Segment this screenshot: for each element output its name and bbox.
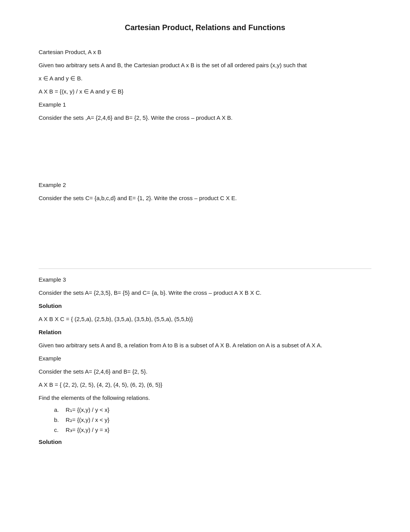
example2-workspace (39, 207, 371, 261)
example-relation-sets: Consider the sets A= {2,4,6} and B= {2, … (39, 367, 371, 376)
cartesian-condition: x ∈ A and y ∈ B. (39, 74, 371, 83)
relation-a-label: a. (54, 406, 66, 413)
example1-label: Example 1 (39, 100, 371, 109)
section-divider (39, 269, 371, 269)
relation-c-label: c. (54, 427, 66, 433)
solution3-text: A X B X C = { (2,5,a), (2,5,b), (3,5,a),… (39, 314, 371, 324)
example2-text: Consider the sets C= {a,b,c,d} and E= {1… (39, 194, 371, 203)
relation-item-a: a. R₁= {(x,y) / y < x} (54, 406, 371, 413)
relation-b-label: b. (54, 416, 66, 423)
example3-text: Consider the sets A= {2,3,5}, B= {5} and… (39, 288, 371, 297)
solution3-label: Solution (39, 301, 371, 311)
relation-text: Given two arbitrary sets A and B, a rela… (39, 341, 371, 350)
final-solution-label: Solution (39, 437, 371, 447)
relation-c-text: R₃= {(x,y) / y = x} (66, 427, 110, 433)
cartesian-intro: Given two arbitrary sets A and B, the Ca… (39, 61, 371, 70)
axb-result: A X B = { (2, 2), (2, 5), (4, 2), (4, 5)… (39, 380, 371, 389)
example1-text: Consider the sets ,A= {2,4,6} and B= {2,… (39, 113, 371, 122)
relation-item-c: c. R₃= {(x,y) / y = x} (54, 427, 371, 433)
page-title: Cartesian Product, Relations and Functio… (39, 23, 371, 32)
cartesian-definition: A X B = {(x, y) / x ∈ A and y ∈ B} (39, 87, 371, 96)
example3-label: Example 3 (39, 275, 371, 284)
relation-a-text: R₁= {(x,y) / y < x} (66, 406, 110, 413)
relation-heading: Relation (39, 328, 371, 337)
relation-item-b: b. R₂= {(x,y) / x < y} (54, 416, 371, 423)
relation-b-text: R₂= {(x,y) / x < y} (66, 416, 110, 423)
find-elements-text: Find the elements of the following relat… (39, 393, 371, 403)
cartesian-heading: Cartesian Product, A x B (39, 48, 371, 57)
example-relation-label: Example (39, 354, 371, 363)
example2-label: Example 2 (39, 180, 371, 190)
example1-workspace (39, 126, 371, 180)
relations-list: a. R₁= {(x,y) / y < x} b. R₂= {(x,y) / x… (39, 406, 371, 433)
